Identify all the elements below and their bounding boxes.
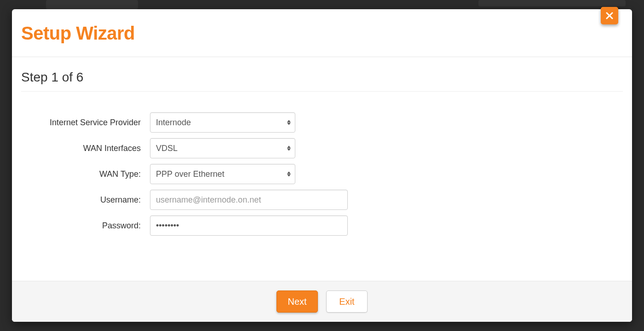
isp-select[interactable]: Internode bbox=[150, 112, 295, 133]
setup-wizard-modal: Setup Wizard Step 1 of 6 Internet Servic… bbox=[12, 9, 632, 322]
close-icon bbox=[606, 12, 613, 19]
wan-type-select[interactable]: PPP over Ethernet bbox=[150, 164, 295, 184]
isp-select-wrapper: Internode bbox=[150, 112, 295, 133]
form-row-password: Password: bbox=[21, 215, 623, 236]
close-button[interactable] bbox=[601, 7, 618, 24]
form-row-wan-type: WAN Type: PPP over Ethernet bbox=[21, 164, 623, 184]
wan-type-select-wrapper: PPP over Ethernet bbox=[150, 164, 295, 184]
username-label: Username: bbox=[21, 195, 150, 205]
password-label: Password: bbox=[21, 221, 150, 231]
next-button[interactable]: Next bbox=[276, 290, 318, 313]
wan-interfaces-select-wrapper: VDSL bbox=[150, 138, 295, 158]
form-row-isp: Internet Service Provider Internode bbox=[21, 112, 623, 133]
form-row-username: Username: bbox=[21, 190, 623, 210]
step-heading: Step 1 of 6 bbox=[21, 70, 623, 92]
password-input[interactable] bbox=[150, 215, 348, 236]
modal-title: Setup Wizard bbox=[21, 23, 621, 44]
username-input[interactable] bbox=[150, 190, 348, 210]
wan-type-label: WAN Type: bbox=[21, 169, 150, 179]
modal-body: Step 1 of 6 Internet Service Provider In… bbox=[12, 57, 632, 281]
modal-footer: Next Exit bbox=[12, 281, 632, 322]
isp-label: Internet Service Provider bbox=[21, 118, 150, 128]
wan-interfaces-label: WAN Interfaces bbox=[21, 144, 150, 153]
form-row-wan-interfaces: WAN Interfaces VDSL bbox=[21, 138, 623, 158]
wan-interfaces-select[interactable]: VDSL bbox=[150, 138, 295, 158]
exit-button[interactable]: Exit bbox=[326, 290, 368, 313]
modal-header: Setup Wizard bbox=[12, 9, 632, 57]
